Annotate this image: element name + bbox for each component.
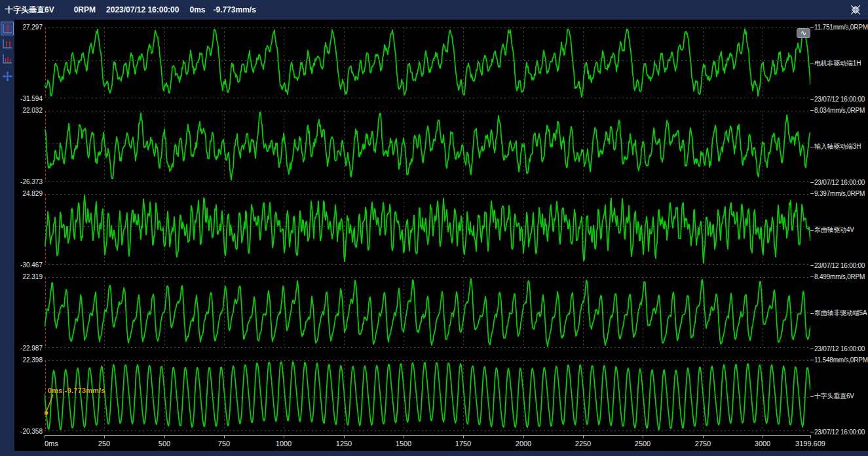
rpm-readout: 0RPM (74, 5, 96, 14)
cursor-value-readout: -9.773mm/s (214, 5, 256, 14)
x-tick-label: 2500 (635, 440, 651, 447)
y-min-label: -26.373 (20, 178, 43, 185)
peak-readout: 11.548mm/s,0RPM (810, 356, 868, 364)
chart-row-1: 27.297 -31.594 ∿ 11.751mm/s,0RPM 电机非驱动端1… (14, 28, 868, 98)
peak-readout: 11.751mm/s,0RPM (810, 24, 868, 31)
sidebar-item-waveform-single[interactable] (1, 22, 14, 35)
x-tick-mark (404, 435, 404, 438)
channel-label: 输入轴驱动端3H (810, 142, 861, 151)
y-max-label: 22.398 (22, 356, 43, 364)
waveform-plot-2[interactable] (45, 111, 810, 181)
x-tick-label: 3000 (755, 440, 770, 447)
peak-readout: 9.397mm/s,0RPM (810, 190, 865, 197)
cursor-time-readout: 0ms (189, 5, 205, 14)
x-tick-mark (164, 435, 165, 438)
x-tick-label: 500 (159, 440, 170, 447)
sidebar-item-spectrum-bars[interactable] (1, 52, 14, 66)
collapse-arrows-icon (850, 4, 861, 16)
x-tick-label: 750 (218, 440, 230, 447)
x-tick-label: 2750 (695, 440, 711, 447)
x-tick-label: 250 (98, 440, 110, 447)
top-status-bar: 十字头垂直6V 0RPM 2023/07/12 16:00:00 0ms -9.… (0, 0, 868, 20)
chart-row-3: 24.829 -30.467 9.397mm/s,0RPM 泵曲轴驱动4V 23… (14, 194, 868, 265)
timestamp-label: 23/07/12 16:00:00 (810, 262, 865, 269)
x-tick-label: 2250 (575, 440, 591, 447)
channel-label: 十字头垂直6V (810, 392, 854, 401)
tool-sidebar (0, 20, 14, 456)
x-tick-label: 3199.609 (795, 440, 825, 447)
waveform-single-icon (2, 24, 12, 34)
timestamp-label: 23/07/12 16:00:00 (810, 96, 865, 103)
x-tick-mark (463, 435, 464, 438)
channel-label: 泵曲轴非驱动端5A (810, 309, 867, 318)
y-min-label: -31.594 (20, 95, 43, 102)
channel-label: 电机非驱动端1H (810, 59, 861, 68)
x-tick-mark (523, 435, 524, 438)
spectrum-bars-icon (2, 54, 12, 64)
sidebar-item-waveform-double[interactable] (1, 37, 14, 50)
charts-panel: 27.297 -31.594 ∿ 11.751mm/s,0RPM 电机非驱动端1… (14, 20, 868, 451)
waveform-plot-3[interactable] (45, 194, 810, 265)
x-axis: 0ms2505007501000125015001750200022502500… (14, 431, 868, 451)
vibration-monitor-window: 十字头垂直6V 0RPM 2023/07/12 16:00:00 0ms -9.… (0, 0, 868, 456)
waveform-overlay-button[interactable]: ∿ (797, 28, 810, 38)
waveform-double-icon (2, 39, 12, 49)
x-tick-mark (224, 435, 225, 438)
y-min-label: -22.987 (20, 345, 43, 352)
charts-stack: 27.297 -31.594 ∿ 11.751mm/s,0RPM 电机非驱动端1… (14, 28, 868, 444)
x-tick-mark (45, 435, 45, 438)
cursor-annotation: 0ms,-9.773mm/s (48, 387, 105, 394)
chart-row-2: 22.032 -26.373 8.034mm/s,0RPM 输入轴驱动端3H 2… (14, 111, 868, 181)
x-tick-mark (763, 435, 763, 438)
y-max-label: 22.319 (22, 273, 43, 280)
peak-readout: 8.034mm/s,0RPM (810, 107, 865, 114)
x-tick-mark (344, 435, 345, 438)
y-max-label: 22.032 (22, 107, 43, 114)
x-tick-mark (643, 435, 643, 438)
waveform-plot-5[interactable]: 0ms,-9.773mm/s (45, 360, 810, 431)
y-max-label: 27.297 (22, 24, 43, 31)
x-tick-label: 1000 (276, 440, 292, 447)
x-tick-label: 1750 (455, 440, 471, 447)
x-tick-mark (104, 435, 105, 438)
peak-readout: 8.499mm/s,0RPM (810, 273, 865, 280)
chart-row-5: 22.398 -20.358 0ms,-9.773mm/s 11.548mm/s… (14, 360, 868, 431)
x-tick-label: 1250 (336, 440, 352, 447)
timestamp-label: 23/07/12 16:00:00 (810, 345, 865, 352)
collapse-panel-button[interactable] (848, 3, 863, 17)
waveform-plot-4[interactable] (45, 277, 810, 348)
wave-icon: ∿ (801, 29, 806, 37)
x-tick-mark (810, 435, 811, 438)
x-tick-mark (703, 435, 704, 438)
waveform-plot-1[interactable]: ∿ (45, 28, 810, 98)
x-tick-mark (583, 435, 584, 438)
bottom-strip (0, 451, 868, 456)
x-tick-label: 1500 (396, 440, 411, 447)
probe-name: 十字头垂直6V (5, 5, 54, 16)
x-axis-line (45, 435, 810, 436)
y-max-label: 24.829 (22, 190, 43, 197)
datetime-readout: 2023/07/12 16:00:00 (106, 5, 179, 14)
x-tick-label: 0ms (45, 440, 58, 447)
y-min-label: -30.467 (20, 261, 43, 269)
timestamp-label: 23/07/12 16:00:00 (810, 179, 865, 186)
chart-row-4: 22.319 -22.987 8.499mm/s,0RPM 泵曲轴非驱动端5A … (14, 277, 868, 348)
pan-move-icon (2, 71, 13, 82)
sidebar-item-pan-move[interactable] (1, 69, 14, 83)
x-tick-mark (284, 435, 284, 438)
channel-label: 泵曲轴驱动4V (810, 225, 854, 235)
x-tick-label: 2000 (516, 440, 531, 447)
